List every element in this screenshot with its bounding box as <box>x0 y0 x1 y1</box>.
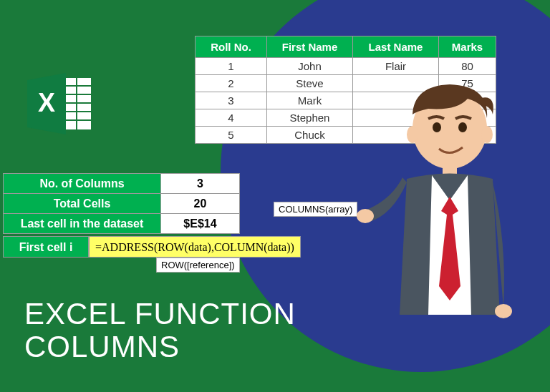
cells-label: Total Cells <box>4 194 161 214</box>
svg-text:X: X <box>38 88 55 117</box>
svg-rect-14 <box>443 165 457 175</box>
excel-icon: X <box>27 72 96 139</box>
last-label: Last cell in the dataset <box>4 214 161 234</box>
cols-label: No. of Columns <box>4 174 161 194</box>
tooltip-row: ROW([reference]) <box>156 258 240 273</box>
cells-val: 20 <box>161 194 240 214</box>
page-title: EXCEL FUNCTION COLUMNS <box>24 298 296 363</box>
formula-row: First cell i =ADDRESS(ROW(data),COLUMN(d… <box>3 236 301 258</box>
th-last: Last Name <box>353 36 439 58</box>
svg-point-16 <box>357 209 374 223</box>
last-val: $E$14 <box>161 214 240 234</box>
th-first: First Name <box>267 36 353 58</box>
svg-point-10 <box>433 122 441 132</box>
th-roll: Roll No. <box>196 36 267 58</box>
th-marks: Marks <box>439 36 496 58</box>
svg-point-13 <box>481 126 493 143</box>
formula-cell[interactable]: =ADDRESS(ROW(data),COLUMN(data)) <box>89 236 301 258</box>
info-table: No. of Columns3 Total Cells20 Last cell … <box>3 173 240 234</box>
tooltip-columns: COLUMNS(array) <box>274 202 357 217</box>
cols-val: 3 <box>161 174 240 194</box>
first-label: First cell i <box>3 236 89 258</box>
svg-point-11 <box>458 122 467 132</box>
svg-point-12 <box>407 126 418 143</box>
character-illustration <box>357 72 529 372</box>
svg-point-17 <box>495 304 512 318</box>
